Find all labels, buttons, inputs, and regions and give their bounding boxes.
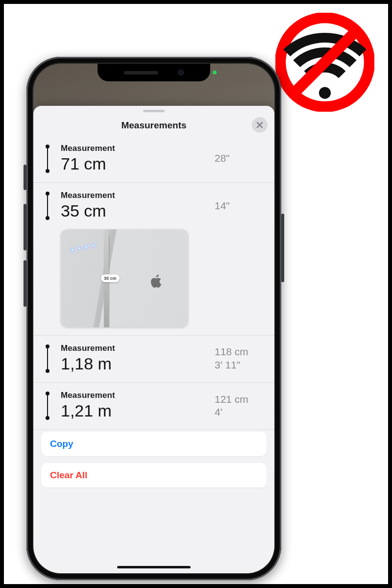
sheet-title: Measurements [121,120,186,131]
measurement-label: Measurement [61,391,207,400]
measurement-secondary-value: 28" [215,152,264,165]
volume-down-button [24,260,26,307]
mute-switch [24,165,26,190]
measurement-row[interactable]: Measurement 1,18 m 118 cm 3' 11" [33,336,274,383]
measurement-primary-value: 71 cm [61,154,207,173]
no-wifi-icon [275,13,374,112]
measurement-row[interactable]: Measurement 35 cm 14" [33,183,274,229]
svg-rect-6 [47,194,48,218]
svg-point-13 [46,416,49,420]
home-indicator[interactable] [117,566,191,568]
measurements-sheet: Measurements Measurement 71 cm [33,106,274,573]
front-camera [178,70,184,75]
actions-group: Copy Clear All [33,430,274,497]
svg-point-10 [46,369,49,373]
svg-point-4 [46,169,49,173]
measurement-primary-value: 1,18 m [61,354,207,373]
svg-rect-12 [47,393,48,418]
measurement-row[interactable]: Measurement 1,21 m 121 cm 4' [33,383,274,430]
measurement-thumbnail[interactable]: 35 cm [61,229,188,327]
svg-rect-3 [47,147,48,171]
speaker-grille [124,71,158,74]
measurement-secondary-value-2: 4' [215,406,264,418]
measurement-secondary-value: 14" [215,199,264,212]
measurement-label: Measurement [61,343,207,353]
sheet-header: Measurements [33,115,274,136]
clear-all-button[interactable]: Clear All [41,463,267,488]
measurement-thumbnail-container: 35 cm [33,229,274,336]
phone-frame: Measurements Measurement 71 cm [26,57,281,580]
measurement-secondary-value: 121 cm [215,393,264,406]
measurement-primary-value: 1,21 m [61,401,207,420]
measurement-row[interactable]: Measurement 71 cm 28" [33,136,274,183]
measurement-primary-value: 35 cm [61,201,207,220]
screen: Measurements Measurement 71 cm [33,64,274,573]
notch [98,64,210,81]
side-button [281,214,284,282]
camera-indicator-dot [213,71,217,74]
measurement-label: Measurement [61,191,207,200]
measurement-label: Measurement [61,144,207,153]
svg-point-7 [46,216,49,220]
thumbnail-badge: 35 cm [101,274,120,282]
line-segment-icon [42,344,53,373]
measurement-secondary-value-2: 3' 11" [215,359,264,371]
line-segment-icon [42,392,53,420]
copy-button[interactable]: Copy [41,432,267,456]
close-button[interactable] [252,117,268,133]
apple-logo-icon [151,274,163,290]
volume-up-button [24,204,26,250]
sheet-grabber[interactable] [143,110,165,112]
close-icon [256,122,263,128]
line-segment-icon [42,192,53,220]
measurements-list: Measurement 71 cm 28" Measurement [33,136,274,573]
measurement-secondary-value: 118 cm [215,345,264,358]
svg-rect-9 [47,346,48,371]
line-segment-icon [42,145,53,173]
